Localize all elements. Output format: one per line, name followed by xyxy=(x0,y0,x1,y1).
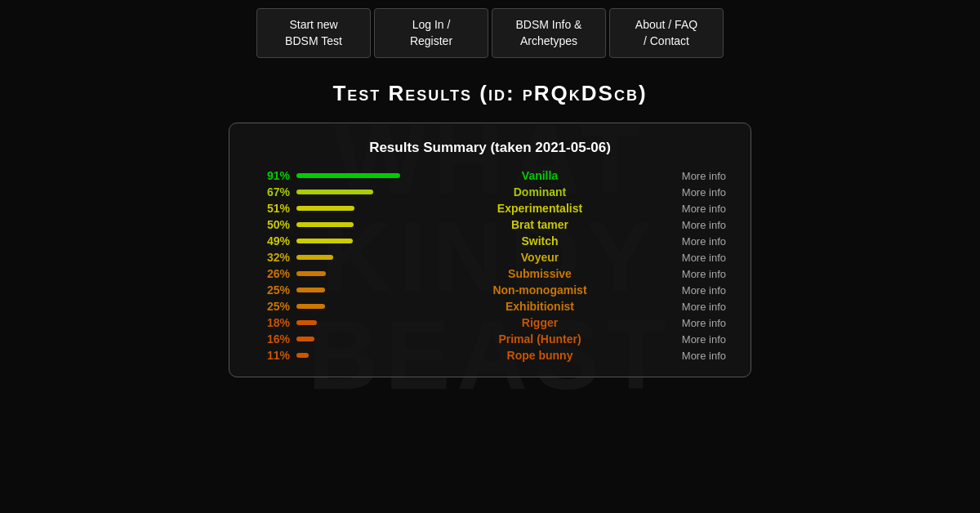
result-percent: 51% xyxy=(254,202,296,215)
result-percent: 67% xyxy=(254,185,296,199)
result-bar xyxy=(296,190,373,194)
result-bar-container xyxy=(296,337,427,341)
result-percent: 16% xyxy=(254,332,296,346)
start-test-button[interactable]: Start newBDSM Test xyxy=(256,8,371,58)
result-label: Primal (Hunter) xyxy=(427,332,653,346)
more-info-link[interactable]: More info xyxy=(653,284,726,297)
result-bar-container xyxy=(296,190,427,194)
result-row: 67% Dominant More info xyxy=(254,185,726,199)
result-label: Submissive xyxy=(427,267,653,280)
more-info-link[interactable]: More info xyxy=(653,170,726,182)
result-bar xyxy=(296,288,325,292)
results-list: 91% Vanilla More info 67% Dominant More … xyxy=(254,169,726,362)
result-label: Exhibitionist xyxy=(427,300,653,313)
result-row: 91% Vanilla More info xyxy=(254,169,726,182)
result-row: 49% Switch More info xyxy=(254,234,726,248)
result-row: 50% Brat tamer More info xyxy=(254,218,726,231)
results-container: Results Summary (taken 2021-05-06) 91% V… xyxy=(229,123,751,377)
result-bar-container xyxy=(296,320,427,325)
result-bar xyxy=(296,255,333,260)
result-row: 18% Rigger More info xyxy=(254,316,726,329)
result-bar-container xyxy=(296,255,427,260)
about-faq-button[interactable]: About / FAQ/ Contact xyxy=(609,8,724,58)
result-bar xyxy=(296,353,309,358)
log-in-button[interactable]: Log In /Register xyxy=(374,8,488,58)
results-heading: Results Summary (taken 2021-05-06) xyxy=(254,140,726,156)
result-percent: 25% xyxy=(254,283,296,297)
result-row: 11% Rope bunny More info xyxy=(254,349,726,362)
more-info-link[interactable]: More info xyxy=(653,219,726,231)
more-info-link[interactable]: More info xyxy=(653,252,726,264)
result-percent: 32% xyxy=(254,251,296,264)
result-label: Non-monogamist xyxy=(427,283,653,297)
result-percent: 25% xyxy=(254,300,296,313)
more-info-link[interactable]: More info xyxy=(653,350,726,362)
result-bar xyxy=(296,173,400,178)
more-info-link[interactable]: More info xyxy=(653,268,726,280)
result-label: Switch xyxy=(427,234,653,248)
result-label: Voyeur xyxy=(427,251,653,264)
result-row: 26% Submissive More info xyxy=(254,267,726,280)
result-bar xyxy=(296,222,354,227)
result-percent: 18% xyxy=(254,316,296,329)
result-row: 25% Exhibitionist More info xyxy=(254,300,726,313)
result-label: Experimentalist xyxy=(427,202,653,215)
result-bar xyxy=(296,304,325,309)
result-bar xyxy=(296,239,353,243)
result-percent: 91% xyxy=(254,169,296,182)
bdsm-info-button[interactable]: BDSM Info &Archetypes xyxy=(492,8,606,58)
more-info-link[interactable]: More info xyxy=(653,186,726,199)
result-row: 32% Voyeur More info xyxy=(254,251,726,264)
result-percent: 11% xyxy=(254,349,296,362)
result-bar-container xyxy=(296,173,427,178)
more-info-link[interactable]: More info xyxy=(653,235,726,248)
result-bar xyxy=(296,320,317,325)
result-bar-container xyxy=(296,222,427,227)
result-bar-container xyxy=(296,271,427,276)
result-bar-container xyxy=(296,353,427,358)
result-bar-container xyxy=(296,288,427,292)
result-bar-container xyxy=(296,206,427,211)
result-percent: 49% xyxy=(254,234,296,248)
result-label: Rope bunny xyxy=(427,349,653,362)
result-bar xyxy=(296,337,314,341)
more-info-link[interactable]: More info xyxy=(653,203,726,215)
page-title: Test Results (id: pRQkDScb) xyxy=(0,81,980,106)
main-nav: Start newBDSM Test Log In /Register BDSM… xyxy=(0,0,980,66)
more-info-link[interactable]: More info xyxy=(653,301,726,313)
result-row: 51% Experimentalist More info xyxy=(254,202,726,215)
result-percent: 50% xyxy=(254,218,296,231)
result-percent: 26% xyxy=(254,267,296,280)
result-row: 16% Primal (Hunter) More info xyxy=(254,332,726,346)
more-info-link[interactable]: More info xyxy=(653,333,726,346)
result-bar xyxy=(296,271,326,276)
result-bar-container xyxy=(296,239,427,243)
result-label: Vanilla xyxy=(427,169,653,182)
result-row: 25% Non-monogamist More info xyxy=(254,283,726,297)
result-label: Dominant xyxy=(427,185,653,199)
result-label: Brat tamer xyxy=(427,218,653,231)
result-label: Rigger xyxy=(427,316,653,329)
more-info-link[interactable]: More info xyxy=(653,317,726,329)
result-bar-container xyxy=(296,304,427,309)
result-bar xyxy=(296,206,354,211)
